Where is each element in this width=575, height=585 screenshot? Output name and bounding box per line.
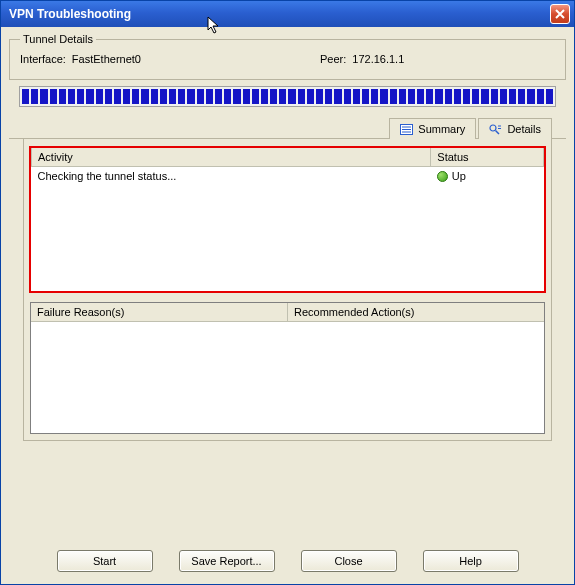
details-icon: [489, 124, 502, 135]
titlebar[interactable]: VPN Troubleshooting: [1, 1, 574, 27]
peer-value: 172.16.1.1: [352, 53, 404, 65]
help-button[interactable]: Help: [423, 550, 519, 572]
reason-action-panel: Failure Reason(s) Recommended Action(s): [30, 302, 545, 434]
action-header: Recommended Action(s): [288, 303, 544, 321]
close-icon[interactable]: [550, 4, 570, 24]
failure-header: Failure Reason(s): [31, 303, 288, 321]
peer-label: Peer:: [320, 53, 346, 65]
status-up-icon: [437, 171, 448, 182]
close-button[interactable]: Close: [301, 550, 397, 572]
tunnel-details-group: Tunnel Details Interface: FastEthernet0 …: [9, 33, 566, 80]
interface-value: FastEthernet0: [72, 53, 141, 65]
tab-summary[interactable]: Summary: [389, 118, 476, 139]
activity-cell: Checking the tunnel status...: [32, 167, 431, 186]
save-report-button[interactable]: Save Report...: [179, 550, 275, 572]
col-activity[interactable]: Activity: [32, 148, 431, 167]
status-text: Up: [452, 170, 466, 182]
start-button[interactable]: Start: [57, 550, 153, 572]
tab-details-label: Details: [507, 123, 541, 135]
progress-bar: [19, 86, 556, 107]
window-title: VPN Troubleshooting: [9, 7, 550, 21]
table-row[interactable]: Checking the tunnel status... Up: [32, 167, 544, 186]
vpn-troubleshoot-window: VPN Troubleshooting Tunnel Details Inter…: [0, 0, 575, 585]
svg-line-5: [496, 130, 500, 134]
summary-icon: [400, 124, 413, 135]
tunnel-legend: Tunnel Details: [20, 33, 96, 45]
tab-summary-label: Summary: [418, 123, 465, 135]
interface-label: Interface:: [20, 53, 66, 65]
svg-point-4: [490, 125, 496, 131]
activity-table: Activity Status Checking the tunnel stat…: [30, 147, 545, 292]
tab-bar: Summary Details: [9, 113, 566, 139]
tab-details[interactable]: Details: [478, 118, 552, 139]
button-row: Start Save Report... Close Help: [9, 540, 566, 576]
col-status[interactable]: Status: [431, 148, 544, 167]
